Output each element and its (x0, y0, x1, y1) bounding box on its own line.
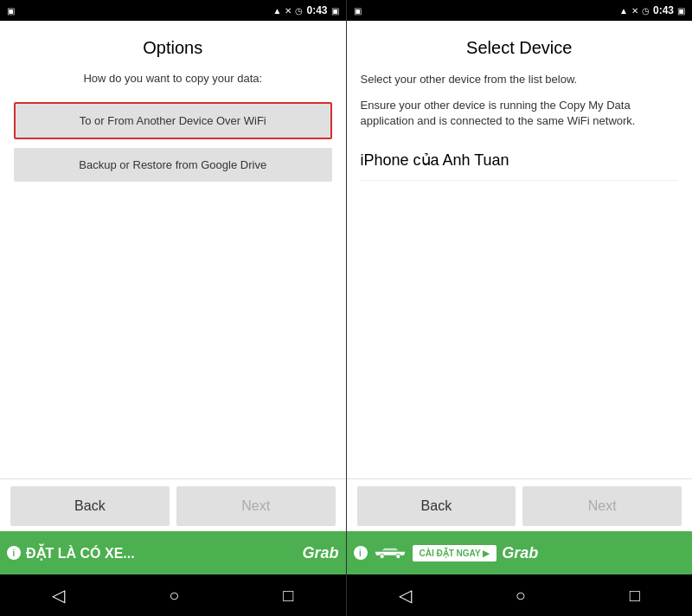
right-nav-home[interactable]: ○ (498, 579, 543, 613)
signal-icon-right: ✕ (631, 6, 638, 16)
left-screen-area: Options How do you want to copy your dat… (0, 21, 346, 478)
right-back-button[interactable]: Back (357, 486, 516, 526)
right-nav-back[interactable]: ◁ (381, 578, 429, 613)
screenshot-icon-right: ▣ (677, 6, 685, 16)
status-time-left: 0:43 (306, 4, 327, 16)
right-ad-info-icon: i (354, 546, 368, 560)
wifi-option-button[interactable]: To or From Another Device Over WiFi (14, 102, 332, 139)
left-nav-bar: ◁ ○ □ (0, 574, 346, 616)
left-bottom-buttons: Back Next (0, 478, 346, 531)
right-nav-recent[interactable]: □ (612, 579, 657, 613)
svg-point-1 (395, 554, 400, 558)
screenshot-icon-left: ▣ (331, 6, 339, 16)
right-title: Select Device (361, 38, 679, 58)
right-ad-banner[interactable]: i CÀI ĐẶT NGAY ▶ Grab (347, 531, 693, 574)
left-ad-info-icon: i (7, 546, 21, 560)
svg-point-0 (380, 554, 384, 558)
clock-icon-left: ◷ (295, 6, 303, 16)
left-nav-home[interactable]: ○ (151, 579, 196, 613)
right-ad-cta[interactable]: CÀI ĐẶT NGAY ▶ (420, 549, 490, 558)
left-ad-banner[interactable]: i ĐẶT LÀ CÓ XE... Grab (0, 531, 346, 574)
right-desc1: Select your other device from the list b… (361, 72, 679, 87)
wifi-icon-right: ▲ (619, 6, 628, 16)
clock-icon-right: ◷ (642, 6, 650, 16)
ad-car-icon (373, 544, 407, 561)
right-desc2: Ensure your other device is running the … (361, 98, 679, 129)
status-time-right: 0:43 (653, 4, 674, 16)
right-nav-bar: ◁ ○ □ (347, 574, 693, 616)
wifi-icon-left: ▲ (273, 6, 282, 16)
status-bar-right: ▣ ▲ ✕ ◷ 0:43 ▣ (347, 0, 693, 21)
device-list-item[interactable]: iPhone của Anh Tuan (361, 140, 679, 181)
right-screen-area: Select Device Select your other device f… (347, 21, 693, 478)
left-back-button[interactable]: Back (10, 486, 170, 526)
status-bar-left: ▣ ▲ ✕ ◷ 0:43 ▣ (0, 0, 346, 21)
left-next-button[interactable]: Next (176, 486, 336, 526)
google-drive-option-button[interactable]: Backup or Restore from Google Drive (14, 148, 332, 182)
left-ad-grab-logo: Grab (302, 544, 338, 562)
right-bottom-buttons: Back Next (347, 478, 693, 531)
left-nav-recent[interactable]: □ (266, 579, 311, 613)
left-title: Options (14, 38, 332, 58)
right-next-button[interactable]: Next (522, 486, 682, 526)
left-subtitle: How do you want to copy your data: (14, 72, 332, 85)
signal-blocked-icon-left: ✕ (285, 6, 292, 16)
left-ad-text: ĐẶT LÀ CÓ XE... (26, 545, 297, 561)
left-nav-back[interactable]: ◁ (35, 578, 82, 613)
right-ad-grab-logo: Grab (502, 544, 538, 562)
